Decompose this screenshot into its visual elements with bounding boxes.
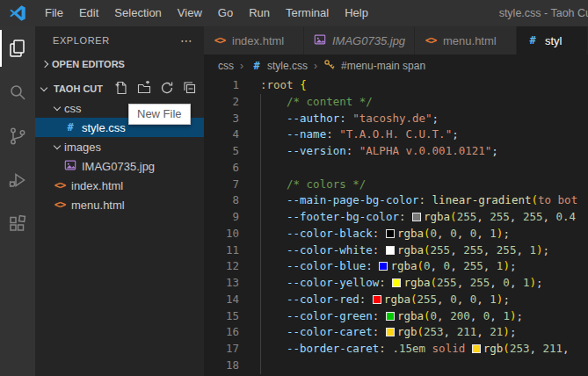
menu-view[interactable]: View: [170, 0, 210, 26]
breadcrumb-item[interactable]: #menu-main span: [323, 59, 425, 74]
css-rule-symbol-icon: [323, 59, 338, 74]
token: ,: [476, 293, 490, 306]
color-swatch[interactable]: [379, 262, 388, 271]
menu-help[interactable]: Help: [337, 0, 376, 26]
token: rgba: [384, 293, 410, 306]
menu-go[interactable]: Go: [210, 0, 241, 26]
color-swatch[interactable]: [412, 213, 421, 221]
line-number: 16: [204, 324, 257, 341]
token: ,: [450, 259, 463, 272]
activity-explorer-icon[interactable]: [0, 26, 35, 70]
activity-run-debug-icon[interactable]: [0, 158, 35, 202]
tab-index-html[interactable]: <>index.html: [204, 26, 303, 54]
code-text: /* colors */: [260, 177, 366, 193]
token: 255: [457, 210, 477, 223]
code-line-10: 10--color-black: rgba(0, 0, 0, 1);: [204, 226, 588, 242]
indent-guide: [260, 177, 261, 193]
token: /* content */: [287, 95, 373, 108]
file-index-html[interactable]: <>index.html: [35, 176, 204, 195]
token: ,: [444, 325, 457, 338]
token: --color-green: [287, 309, 373, 322]
token: rgba: [397, 309, 424, 322]
editor-group: <>index.htmlIMAG0735.jpg<>menu.html#styl…: [204, 26, 588, 376]
tab-styl[interactable]: #styl: [517, 26, 587, 54]
file-menu-html[interactable]: <>menu.html: [35, 195, 204, 214]
workspace-section[interactable]: TAOH CUT: [35, 79, 204, 98]
open-editors-section[interactable]: OPEN EDITORS: [35, 54, 204, 74]
menu-terminal[interactable]: Terminal: [278, 0, 337, 26]
breadcrumb-label: #menu-main span: [341, 60, 425, 72]
activity-extensions-icon[interactable]: [0, 202, 35, 246]
token: :root: [260, 78, 300, 91]
code-line-5: 5--version: "ALPHA v.0.001.0121";: [204, 143, 588, 160]
line-number: 4: [204, 127, 257, 143]
line-number: 7: [204, 177, 257, 193]
line-number: 17: [204, 341, 257, 358]
token: :: [373, 309, 386, 322]
tree-item-label: css: [64, 102, 82, 115]
line-number: 18: [204, 358, 257, 374]
new-file-icon[interactable]: [114, 81, 128, 98]
vscode-window: FileEditSelectionViewGoRunTerminalHelp s…: [0, 0, 588, 376]
breadcrumb-label: css: [218, 60, 234, 72]
line-number: 8: [204, 192, 257, 209]
code-line-8: 8--main-page-bg-color: linear-gradient(t…: [204, 192, 588, 209]
token: 211: [457, 325, 477, 338]
tab-imag0735-jpg[interactable]: IMAG0735.jpg: [304, 26, 414, 54]
token: ;: [503, 293, 510, 306]
collapse-all-icon[interactable]: [183, 81, 197, 98]
file-imag0735-jpg[interactable]: IMAG0735.jpg: [35, 156, 204, 176]
tab-label: IMAG0735.jpg: [332, 34, 405, 47]
new-folder-icon[interactable]: [137, 81, 151, 98]
token: :: [366, 259, 379, 272]
token: (: [410, 293, 417, 306]
token: --name: [287, 127, 326, 141]
color-swatch[interactable]: [392, 278, 401, 287]
indent-guide: [260, 358, 261, 374]
workspace-label: TAOH CUT: [54, 83, 114, 94]
breadcrumb-item[interactable]: css: [218, 60, 234, 72]
folder-images[interactable]: images: [35, 137, 204, 156]
token: .15em: [392, 342, 425, 355]
breadcrumb-item[interactable]: #style.css: [250, 60, 308, 72]
explorer-sidebar: EXPLORER ⋯ OPEN EDITORS TAOH CUT css#sty…: [35, 26, 204, 376]
code-line-6: 6: [204, 160, 588, 177]
refresh-icon[interactable]: [160, 81, 174, 98]
tab-menu-html[interactable]: <>menu.html: [415, 26, 516, 54]
token: rgba: [397, 227, 424, 240]
color-swatch[interactable]: [386, 246, 395, 255]
menu-run[interactable]: Run: [241, 0, 278, 26]
menu-selection[interactable]: Selection: [106, 0, 169, 26]
color-swatch[interactable]: [386, 229, 395, 238]
token: ,: [450, 243, 463, 257]
color-swatch[interactable]: [386, 312, 395, 321]
more-actions-icon[interactable]: ⋯: [180, 33, 193, 47]
css-file-icon: #: [526, 34, 540, 47]
code-line-16: 16--color-caret: rgb(253, 211, 21);: [204, 324, 588, 341]
token: 255: [497, 243, 517, 257]
tab-label: index.html: [232, 34, 284, 47]
html-file-icon: <>: [213, 34, 227, 47]
activity-bar: [0, 26, 35, 376]
token: (: [431, 276, 438, 289]
token: ,: [476, 325, 490, 338]
color-swatch[interactable]: [386, 328, 395, 336]
color-swatch[interactable]: [472, 344, 481, 353]
token: (: [417, 325, 424, 338]
menu-edit[interactable]: Edit: [71, 0, 106, 26]
code-line-4: 4--name: "T.A.O.H. C.U.T.";: [204, 127, 588, 143]
token: ,: [457, 293, 470, 306]
code-editor[interactable]: 1:root {2/* content */3--author: "tacosh…: [204, 77, 588, 376]
code-line-14: 14--color-red: rgba(255, 0, 0, 1);: [204, 292, 588, 308]
token: :: [373, 227, 386, 240]
activity-search-icon[interactable]: [0, 70, 35, 114]
color-swatch[interactable]: [373, 295, 381, 304]
tree-item-label: menu.html: [71, 199, 125, 212]
code-line-15: 15--color-green: rgba(0, 200, 0, 1);: [204, 308, 588, 325]
html-file-icon: <>: [53, 179, 67, 192]
activity-source-control-icon[interactable]: [0, 114, 35, 158]
line-number: 5: [204, 143, 257, 160]
menu-file[interactable]: File: [37, 0, 71, 26]
token: :: [339, 112, 352, 125]
token: ): [503, 259, 510, 272]
